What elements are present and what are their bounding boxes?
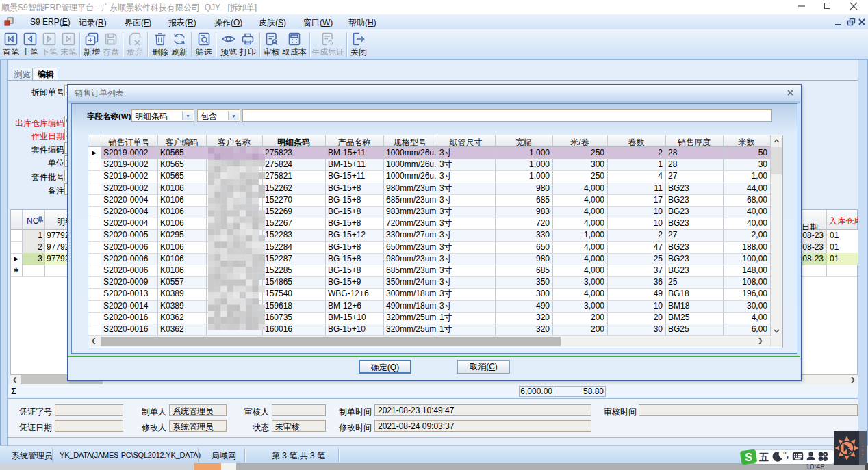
svg-text:S: S (745, 452, 752, 463)
